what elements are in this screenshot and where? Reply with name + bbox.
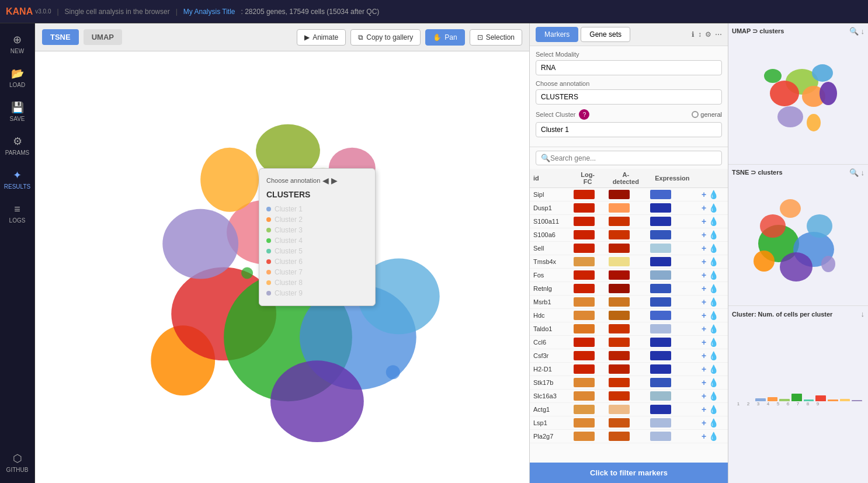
drop-gene-button[interactable]: 💧 bbox=[709, 203, 718, 213]
bar-item[interactable] bbox=[791, 394, 802, 401]
bar-download-icon[interactable]: ↓ bbox=[861, 310, 865, 318]
table-row[interactable]: S100a6 + 💧 bbox=[530, 228, 728, 242]
pan-button[interactable]: ✋ Pan bbox=[425, 29, 464, 46]
add-gene-button[interactable]: + bbox=[702, 311, 706, 320]
drop-gene-button[interactable]: 💧 bbox=[709, 338, 718, 347]
tsne-tab[interactable]: TSNE bbox=[42, 29, 79, 45]
table-row[interactable]: Retnlg + 💧 bbox=[530, 282, 728, 296]
drop-gene-button[interactable]: 💧 bbox=[709, 432, 718, 441]
table-row[interactable]: S100a11 + 💧 bbox=[530, 215, 728, 228]
drop-gene-button[interactable]: 💧 bbox=[709, 190, 718, 199]
sidebar-item-load[interactable]: 📂 LOAD bbox=[3, 62, 32, 93]
general-radio[interactable] bbox=[692, 111, 699, 118]
drop-gene-button[interactable]: 💧 bbox=[709, 324, 718, 333]
add-gene-button[interactable]: + bbox=[702, 203, 706, 213]
drop-gene-button[interactable]: 💧 bbox=[709, 378, 718, 387]
table-row[interactable]: Hdc + 💧 bbox=[530, 309, 728, 322]
cluster-item[interactable]: Cluster 1 bbox=[266, 204, 368, 214]
bar-item[interactable] bbox=[779, 399, 790, 401]
table-row[interactable]: Lsp1 + 💧 bbox=[530, 416, 728, 430]
bar-item[interactable] bbox=[828, 399, 838, 401]
filter-markers-button[interactable]: Click to filter markers bbox=[530, 463, 728, 483]
add-gene-button[interactable]: + bbox=[702, 297, 706, 307]
drop-gene-button[interactable]: 💧 bbox=[709, 230, 718, 239]
umap-search-icon[interactable]: 🔍 bbox=[849, 27, 859, 36]
tsne-mini-canvas[interactable] bbox=[732, 179, 860, 302]
markers-tab[interactable]: Markers bbox=[536, 27, 578, 42]
add-gene-button[interactable]: + bbox=[702, 351, 706, 360]
drop-gene-button[interactable]: 💧 bbox=[709, 270, 718, 280]
search-input[interactable] bbox=[550, 154, 717, 162]
add-gene-button[interactable]: + bbox=[702, 405, 706, 414]
plot-area[interactable]: Choose annotation ◀ ▶ CLUSTERS Cluster 1… bbox=[35, 51, 529, 483]
help-icon[interactable]: ? bbox=[579, 109, 589, 120]
drop-gene-button[interactable]: 💧 bbox=[709, 405, 718, 414]
table-row[interactable]: Fos + 💧 bbox=[530, 269, 728, 282]
bar-item[interactable] bbox=[815, 395, 826, 401]
cluster-select[interactable]: Cluster 1 bbox=[536, 122, 722, 137]
table-row[interactable]: Tmsb4x + 💧 bbox=[530, 255, 728, 269]
col-header-detected[interactable]: A-detected bbox=[605, 169, 647, 188]
col-header-id[interactable]: id bbox=[530, 169, 570, 188]
umap-cloud-icon[interactable]: ↓ bbox=[861, 27, 865, 36]
cluster-item[interactable]: Cluster 6 bbox=[266, 256, 368, 267]
cluster-item[interactable]: Cluster 3 bbox=[266, 225, 368, 235]
drop-gene-button[interactable]: 💧 bbox=[709, 244, 718, 253]
drop-gene-button[interactable]: 💧 bbox=[709, 391, 718, 401]
sidebar-item-logs[interactable]: ≡ LOGS bbox=[3, 197, 32, 229]
selection-button[interactable]: ⊡ Selection bbox=[470, 29, 522, 46]
sidebar-item-params[interactable]: ⚙ PARAMS bbox=[3, 130, 32, 161]
add-gene-button[interactable]: + bbox=[702, 378, 706, 387]
table-row[interactable]: Csf3r + 💧 bbox=[530, 349, 728, 363]
gene-sets-tab[interactable]: Gene sets bbox=[581, 27, 630, 42]
cluster-item[interactable]: Cluster 4 bbox=[266, 235, 368, 246]
cluster-item[interactable]: Cluster 8 bbox=[266, 277, 368, 288]
add-gene-button[interactable]: + bbox=[702, 364, 706, 374]
cluster-item[interactable]: Cluster 2 bbox=[266, 214, 368, 225]
table-row[interactable]: Slc16a3 + 💧 bbox=[530, 390, 728, 403]
annotation-prev-button[interactable]: ◀ bbox=[322, 176, 329, 185]
cluster-item[interactable]: Cluster 5 bbox=[266, 246, 368, 256]
info-icon[interactable]: ℹ bbox=[692, 30, 695, 39]
drop-gene-button[interactable]: 💧 bbox=[709, 217, 718, 226]
table-row[interactable]: Sipl + 💧 bbox=[530, 188, 728, 201]
add-gene-button[interactable]: + bbox=[702, 432, 706, 441]
table-row[interactable]: Sell + 💧 bbox=[530, 242, 728, 255]
sort-icon[interactable]: ↕ bbox=[698, 30, 702, 39]
bar-item[interactable] bbox=[840, 399, 850, 401]
add-gene-button[interactable]: + bbox=[702, 338, 706, 347]
modality-select[interactable]: RNA bbox=[536, 60, 722, 75]
drop-gene-button[interactable]: 💧 bbox=[709, 257, 718, 266]
add-gene-button[interactable]: + bbox=[702, 391, 706, 401]
analysis-title-link[interactable]: My Analysis Title bbox=[183, 8, 235, 16]
annotation-select[interactable]: CLUSTERS bbox=[536, 89, 722, 105]
drop-gene-button[interactable]: 💧 bbox=[709, 284, 718, 293]
table-row[interactable]: Dusp1 + 💧 bbox=[530, 201, 728, 215]
bar-item[interactable] bbox=[768, 397, 778, 401]
drop-gene-button[interactable]: 💧 bbox=[709, 311, 718, 320]
add-gene-button[interactable]: + bbox=[702, 244, 706, 253]
general-toggle[interactable]: general bbox=[692, 111, 722, 118]
col-header-logfc[interactable]: Log-FC bbox=[570, 169, 605, 188]
bar-item[interactable] bbox=[755, 398, 766, 401]
add-gene-button[interactable]: + bbox=[702, 257, 706, 266]
table-row[interactable]: Stk17b + 💧 bbox=[530, 376, 728, 390]
add-gene-button[interactable]: + bbox=[702, 284, 706, 293]
sidebar-item-results[interactable]: ✦ RESULTS bbox=[3, 164, 32, 195]
settings-icon[interactable]: ⚙ bbox=[705, 30, 711, 39]
table-row[interactable]: Actg1 + 💧 bbox=[530, 403, 728, 416]
drop-gene-button[interactable]: 💧 bbox=[709, 351, 718, 360]
more-icon[interactable]: ⋯ bbox=[715, 30, 722, 39]
add-gene-button[interactable]: + bbox=[702, 190, 706, 199]
sidebar-item-new[interactable]: ⊕ NEW bbox=[3, 28, 32, 60]
cluster-item[interactable]: Cluster 9 bbox=[266, 288, 368, 298]
table-row[interactable]: Pla2g7 + 💧 bbox=[530, 430, 728, 443]
animate-button[interactable]: ▶ Animate bbox=[297, 29, 346, 46]
sidebar-item-github[interactable]: ⬡ GITHUB bbox=[3, 447, 32, 478]
table-row[interactable]: Msrb1 + 💧 bbox=[530, 296, 728, 309]
bar-item[interactable] bbox=[804, 399, 814, 401]
umap-mini-canvas[interactable] bbox=[732, 38, 860, 161]
drop-gene-button[interactable]: 💧 bbox=[709, 297, 718, 307]
umap-tab[interactable]: UMAP bbox=[84, 29, 122, 45]
tsne-cloud-icon[interactable]: ↓ bbox=[861, 168, 865, 177]
